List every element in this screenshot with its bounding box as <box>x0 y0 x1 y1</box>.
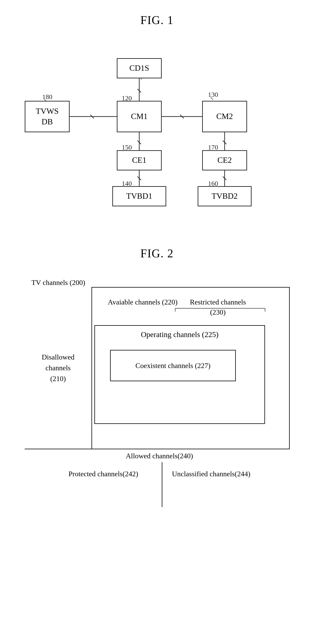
tv-channels-label: TV channels (200) <box>32 278 85 288</box>
svg-text:180: 180 <box>42 93 52 100</box>
available-label: Avaiable channels (220) <box>108 297 178 307</box>
svg-line-9 <box>138 140 141 144</box>
svg-text:130: 130 <box>208 91 218 98</box>
svg-line-12 <box>223 176 226 180</box>
tvws-box: TVWS DB <box>25 101 70 132</box>
ce1-label: CE1 <box>132 156 146 165</box>
svg-text:150: 150 <box>122 144 132 151</box>
ce2-box: CE2 <box>202 150 247 170</box>
cm2-box: CM2 <box>202 101 247 132</box>
operating-label: Operating channels (225) <box>141 330 218 339</box>
svg-line-7 <box>138 89 141 92</box>
unclassified-label: Unclassified channels(244) <box>171 469 252 479</box>
svg-line-11 <box>223 140 226 144</box>
tvws-label: TVWS DB <box>36 106 58 127</box>
coexistent-label: Coexistent channels (227) <box>136 362 210 370</box>
svg-line-8 <box>180 115 184 118</box>
svg-line-19 <box>211 97 213 100</box>
coexistent-box: Coexistent channels (227) <box>110 350 236 381</box>
ce1-box: CE1 <box>117 150 162 170</box>
protected-label: Protected channels(242) <box>63 469 144 479</box>
disallowed-box: Disallowed channels (210) <box>25 287 92 449</box>
cm2-label: CM2 <box>216 112 233 121</box>
tvbd2-box: TVBD2 <box>198 186 252 206</box>
svg-line-13 <box>90 115 94 118</box>
tvbd2-label: TVBD2 <box>212 191 238 201</box>
fig1-diagram: 110 120 130 150 170 140 160 180 <box>18 40 296 224</box>
fig2-title: FIG. 2 <box>18 247 296 260</box>
tvbd1-box: TVBD1 <box>112 186 166 206</box>
cm1-label: CM1 <box>131 112 148 121</box>
allowed-label: Allowed channels(240) <box>126 451 193 461</box>
svg-line-10 <box>138 176 141 180</box>
tvbd1-label: TVBD1 <box>126 191 152 201</box>
restricted-bracket-svg <box>171 295 270 313</box>
disallowed-label: Disallowed channels (210) <box>42 352 74 384</box>
cd1s-box: CD1S <box>117 58 162 78</box>
cm1-box: CM1 <box>117 101 162 132</box>
ce2-label: CE2 <box>218 156 232 165</box>
cd1s-label: CD1S <box>129 63 149 73</box>
svg-text:170: 170 <box>208 144 218 151</box>
protected-unclassified-divider <box>162 462 162 507</box>
fig2-diagram: TV channels (200) Disallowed channels (2… <box>18 274 296 520</box>
fig1-title: FIG. 1 <box>18 14 296 27</box>
